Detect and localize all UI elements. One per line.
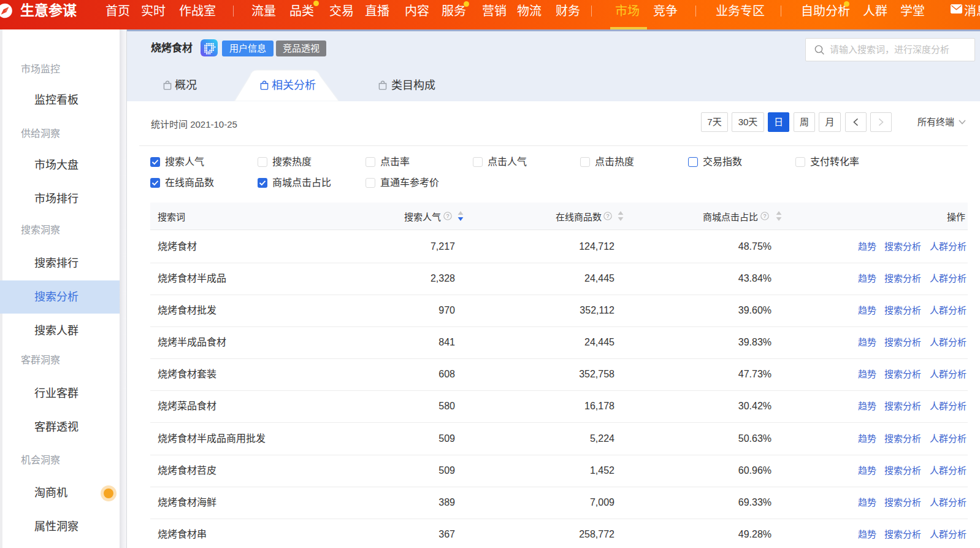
- svg-text:?: ?: [763, 213, 766, 219]
- svg-text:?: ?: [606, 213, 609, 219]
- svg-text:?: ?: [446, 213, 449, 219]
